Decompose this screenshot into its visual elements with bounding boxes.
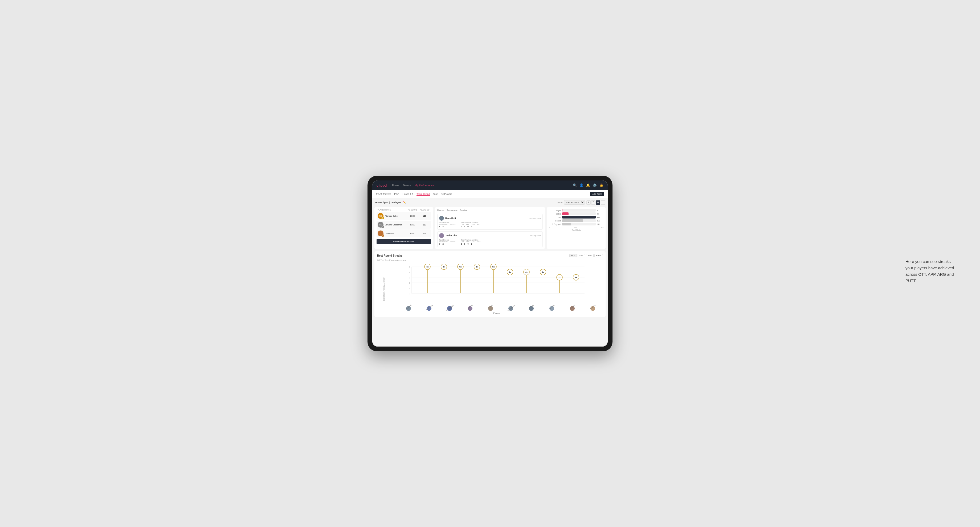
player-name: Rees Britt: [445, 217, 456, 220]
bar-row-birdies: Birdies 96: [549, 213, 603, 215]
x-player-britt: R. Britt: [482, 300, 498, 311]
svg-text:4x: 4x: [542, 271, 544, 273]
practice-values: 0 0 0 0: [461, 225, 481, 228]
sub-nav: PGAT Players PGA Hcaps 1-5 Team Clippd T…: [372, 190, 608, 198]
team-label: Team Clippd | 14 Players: [375, 201, 402, 204]
round-player: Josh Coles: [439, 233, 457, 238]
logo: clippd: [377, 183, 387, 187]
nav-my-performance[interactable]: My Performance: [414, 183, 434, 187]
user-icon[interactable]: 👤: [579, 183, 584, 187]
app-filter-button[interactable]: APP: [578, 254, 585, 257]
add-team-button[interactable]: Add Team: [590, 192, 604, 196]
x-axis-400: 400: [601, 227, 603, 229]
x-axis-250: 250: [574, 227, 577, 229]
avatar: EC 2: [378, 222, 383, 227]
round-card-header: Rees Britt 02 Sep 2023: [439, 216, 541, 221]
sub-nav-all-players[interactable]: All Players: [441, 192, 452, 196]
main-content: Team Clippd | 14 Players ✏️ Show Last 3 …: [372, 198, 608, 346]
bar-row-eagles: Eagles 3: [549, 209, 603, 211]
grid-view-icon[interactable]: ⊞: [586, 200, 591, 205]
player-col-quick: 3x: [573, 275, 579, 293]
player-avg: 110: [419, 215, 430, 217]
view-icons: ⊞ ☰ ▦ ↑: [586, 200, 605, 205]
bar-fill: [562, 223, 571, 225]
player-avg: 103: [419, 232, 430, 235]
svg-text:2: 2: [409, 282, 410, 284]
search-icon[interactable]: 🔍: [573, 183, 577, 187]
leaderboard-panel: PLAYER NAME PB SCORE PB AVG SQ RB 1 Rich…: [374, 207, 433, 249]
round-card: Rees Britt 02 Sep 2023 Total Rounds Tour…: [437, 214, 543, 230]
sub-nav-team-clippd[interactable]: Team Clippd: [417, 192, 430, 196]
streaks-panel: Best Round Streaks OTT APP ARG PUTT Off …: [374, 251, 606, 317]
col-pb-header: PB SCORE: [406, 209, 419, 211]
streak-subtitle: Off The Tee, Fairway Accuracy: [377, 259, 603, 261]
table-row[interactable]: C 3 Cameron... 17/20 103: [377, 229, 431, 237]
y-axis-label: Best Streak, Fairway Accuracy: [383, 277, 385, 301]
putt-filter-button[interactable]: PUTT: [594, 254, 603, 257]
x-player-quick: C. Quick: [585, 300, 601, 311]
player-pb: 17/20: [406, 232, 419, 235]
arg-filter-button[interactable]: ARG: [586, 254, 593, 257]
bar-row-bogeys: Bogeys 311: [549, 219, 603, 222]
table-row[interactable]: RB 1 Richard Butler 19/20 110: [377, 212, 431, 220]
top-section: PLAYER NAME PB SCORE PB AVG SQ RB 1 Rich…: [374, 207, 606, 249]
nav-teams[interactable]: Teams: [403, 183, 410, 187]
col-headers: PLAYER NAME PB SCORE PB AVG SQ: [377, 209, 431, 211]
x-player-billingham: D. Billingham: [442, 300, 458, 311]
nav-home[interactable]: Home: [392, 183, 399, 187]
round-card: Josh Coles 26 Aug 2023 Total Rounds Tour…: [437, 231, 543, 247]
total-rounds-label: Total Rounds: [439, 222, 455, 224]
sub-nav-pga[interactable]: PGA: [394, 192, 399, 196]
y-axis-label-container: Best Streak, Fairway Accuracy: [377, 264, 390, 314]
player-avg: 107: [419, 224, 430, 226]
bar-label-pars: Pars: [549, 216, 561, 218]
svg-text:6x: 6x: [460, 266, 462, 268]
nav-links: Home Teams My Performance: [392, 183, 573, 187]
round-date: 26 Aug 2023: [530, 235, 541, 237]
practice-tab-label: Practice: [460, 209, 467, 211]
rank-badge: 2: [381, 225, 384, 228]
annotation-text: Here you can see streaks your players ha…: [905, 259, 959, 284]
bell-icon[interactable]: 🔔: [586, 183, 590, 187]
x-player-ewert: E. Ewert: [401, 300, 417, 311]
rounds-tab-label: Rounds: [437, 209, 444, 211]
practice-label: Total Practice Activities: [461, 239, 481, 241]
export-icon[interactable]: ↑: [601, 200, 605, 205]
player-col-ewert: 7x: [425, 264, 430, 293]
settings-icon[interactable]: ⚙️: [593, 183, 597, 187]
round-player: Rees Britt: [439, 216, 456, 221]
sub-nav-tour[interactable]: Tour: [433, 192, 438, 196]
ott-filter-button[interactable]: OTT: [570, 254, 577, 257]
x-player-butler: R. Butler: [564, 300, 580, 311]
card-view-icon[interactable]: ▦: [596, 200, 600, 205]
player-col-miller: 4x: [540, 269, 546, 293]
bar-track: [562, 213, 596, 215]
bar-value-birdies: 96: [597, 213, 603, 215]
list-view-icon[interactable]: ☰: [591, 200, 595, 205]
sub-nav-hcaps[interactable]: Hcaps 1-5: [402, 192, 413, 196]
total-rounds-label: Total Rounds: [439, 239, 455, 241]
bar-label-eagles: Eagles: [549, 210, 561, 211]
avatar-icon[interactable]: 🧑: [600, 183, 603, 187]
bar-track: [562, 216, 596, 219]
player-col-mcherg: 6x: [441, 264, 447, 293]
avatar: C 3: [378, 230, 383, 237]
time-filter-select[interactable]: Last 3 months: [564, 200, 585, 205]
view-full-leaderboard-button[interactable]: View Full Leaderboard: [377, 239, 431, 244]
edit-icon[interactable]: ✏️: [403, 201, 406, 204]
svg-text:3: 3: [409, 277, 410, 279]
tablet-screen: clippd Home Teams My Performance 🔍 👤 🔔 ⚙…: [372, 181, 608, 346]
bar-label-birdies: Birdies: [549, 213, 561, 215]
svg-text:6x: 6x: [443, 266, 445, 268]
streaks-header: Best Round Streaks OTT APP ARG PUTT: [377, 254, 603, 257]
x-player-mcherg: B. McHerg: [421, 300, 437, 311]
player-pb: 19/20: [406, 215, 419, 217]
svg-text:4x: 4x: [509, 271, 511, 273]
sub-nav-pgat[interactable]: PGAT Players: [376, 192, 391, 196]
practice-label: Total Practice Activities: [461, 222, 481, 224]
player-pb: 18/20: [406, 224, 419, 226]
practice-sub-labels: OTTAPPARGPUTT: [461, 241, 481, 243]
table-row[interactable]: EC 2 Edward Crossman 18/20 107: [377, 221, 431, 229]
player-name: Cameron...: [385, 232, 406, 235]
bar-track: [562, 209, 596, 211]
